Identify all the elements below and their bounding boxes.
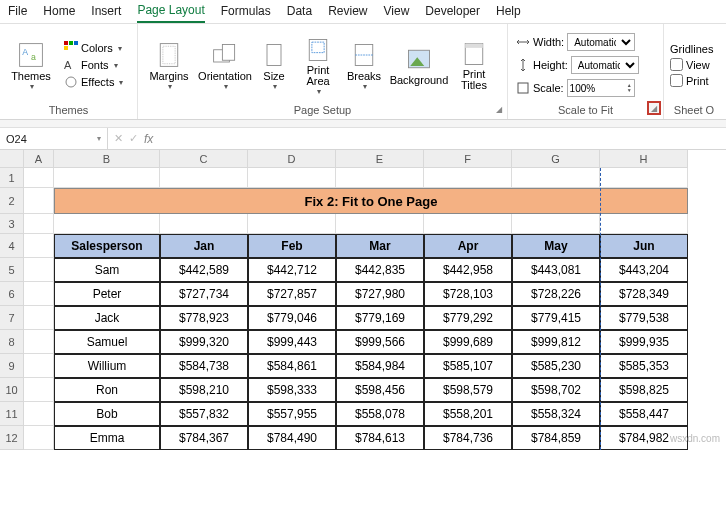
table-cell[interactable]: $778,923 — [160, 306, 248, 330]
cell-A4[interactable] — [24, 234, 54, 258]
table-cell[interactable]: $443,204 — [600, 258, 688, 282]
tab-file[interactable]: File — [8, 4, 27, 22]
orientation-button[interactable]: Orientation▾ — [198, 28, 252, 102]
colors-button[interactable]: Colors▾ — [60, 40, 127, 56]
table-cell[interactable]: Ron — [54, 378, 160, 402]
table-cell[interactable]: Bob — [54, 402, 160, 426]
cell-A12[interactable] — [24, 426, 54, 450]
table-cell[interactable]: $598,825 — [600, 378, 688, 402]
table-cell[interactable]: $557,955 — [248, 402, 336, 426]
table-cell[interactable]: $598,702 — [512, 378, 600, 402]
table-cell[interactable]: Sam — [54, 258, 160, 282]
name-box[interactable]: O24▾ — [0, 128, 108, 149]
table-cell[interactable]: $558,201 — [424, 402, 512, 426]
cell-A5[interactable] — [24, 258, 54, 282]
row-header-2[interactable]: 2 — [0, 188, 24, 214]
col-header-G[interactable]: G — [512, 150, 600, 168]
height-select[interactable]: Automatic — [571, 56, 639, 74]
print-titles-button[interactable]: Print Titles — [452, 28, 496, 102]
table-cell[interactable]: $584,861 — [248, 354, 336, 378]
table-cell[interactable]: $999,935 — [600, 330, 688, 354]
row-header-4[interactable]: 4 — [0, 234, 24, 258]
print-checkbox[interactable]: Print — [670, 74, 713, 87]
table-cell[interactable]: $784,859 — [512, 426, 600, 450]
cell-H1[interactable] — [600, 168, 688, 188]
cell-A8[interactable] — [24, 330, 54, 354]
table-cell[interactable]: $557,832 — [160, 402, 248, 426]
table-header-Jan[interactable]: Jan — [160, 234, 248, 258]
col-header-F[interactable]: F — [424, 150, 512, 168]
table-cell[interactable]: $728,226 — [512, 282, 600, 306]
table-header-Mar[interactable]: Mar — [336, 234, 424, 258]
table-cell[interactable]: $999,812 — [512, 330, 600, 354]
table-header-Jun[interactable]: Jun — [600, 234, 688, 258]
cell-A3[interactable] — [24, 214, 54, 234]
margins-button[interactable]: Margins▾ — [142, 28, 196, 102]
col-header-E[interactable]: E — [336, 150, 424, 168]
table-header-Feb[interactable]: Feb — [248, 234, 336, 258]
row-header-6[interactable]: 6 — [0, 282, 24, 306]
table-cell[interactable]: Peter — [54, 282, 160, 306]
page-setup-launcher[interactable]: ◢ — [493, 103, 505, 115]
background-button[interactable]: Background — [388, 28, 450, 102]
width-select[interactable]: Automatic — [567, 33, 635, 51]
cell-A10[interactable] — [24, 378, 54, 402]
table-cell[interactable]: Emma — [54, 426, 160, 450]
tab-data[interactable]: Data — [287, 4, 312, 22]
table-cell[interactable]: $728,103 — [424, 282, 512, 306]
col-header-B[interactable]: B — [54, 150, 160, 168]
col-header-D[interactable]: D — [248, 150, 336, 168]
cell-A11[interactable] — [24, 402, 54, 426]
breaks-button[interactable]: Breaks▾ — [342, 28, 386, 102]
col-header-A[interactable]: A — [24, 150, 54, 168]
print-area-button[interactable]: Print Area▾ — [296, 28, 340, 102]
table-cell[interactable]: $779,538 — [600, 306, 688, 330]
table-header-Apr[interactable]: Apr — [424, 234, 512, 258]
table-header-May[interactable]: May — [512, 234, 600, 258]
cell-H3[interactable] — [600, 214, 688, 234]
table-cell[interactable]: $558,447 — [600, 402, 688, 426]
table-cell[interactable]: $784,490 — [248, 426, 336, 450]
cell-B3[interactable] — [54, 214, 160, 234]
cell-F3[interactable] — [424, 214, 512, 234]
row-header-5[interactable]: 5 — [0, 258, 24, 282]
row-header-11[interactable]: 11 — [0, 402, 24, 426]
themes-button[interactable]: Aa Themes ▾ — [4, 28, 58, 102]
cell-B1[interactable] — [54, 168, 160, 188]
effects-button[interactable]: Effects▾ — [60, 74, 127, 90]
enter-icon[interactable]: ✓ — [129, 132, 138, 145]
fx-icon[interactable]: fx — [144, 132, 153, 146]
tab-review[interactable]: Review — [328, 4, 367, 22]
table-cell[interactable]: $443,081 — [512, 258, 600, 282]
cell-A1[interactable] — [24, 168, 54, 188]
table-cell[interactable]: $784,736 — [424, 426, 512, 450]
tab-page-layout[interactable]: Page Layout — [137, 3, 204, 23]
row-header-8[interactable]: 8 — [0, 330, 24, 354]
table-cell[interactable]: $584,984 — [336, 354, 424, 378]
cell-D1[interactable] — [248, 168, 336, 188]
cell-E3[interactable] — [336, 214, 424, 234]
table-cell[interactable]: $585,107 — [424, 354, 512, 378]
table-cell[interactable]: $442,712 — [248, 258, 336, 282]
col-header-C[interactable]: C — [160, 150, 248, 168]
table-cell[interactable]: $999,566 — [336, 330, 424, 354]
select-all-corner[interactable] — [0, 150, 24, 168]
table-cell[interactable]: $728,349 — [600, 282, 688, 306]
view-checkbox[interactable]: View — [670, 58, 713, 71]
table-cell[interactable]: $598,210 — [160, 378, 248, 402]
row-header-7[interactable]: 7 — [0, 306, 24, 330]
table-cell[interactable]: $442,589 — [160, 258, 248, 282]
table-cell[interactable]: $727,857 — [248, 282, 336, 306]
tab-developer[interactable]: Developer — [425, 4, 480, 22]
table-cell[interactable]: $784,367 — [160, 426, 248, 450]
table-header-Salesperson[interactable]: Salesperson — [54, 234, 160, 258]
table-cell[interactable]: Willium — [54, 354, 160, 378]
tab-view[interactable]: View — [384, 4, 410, 22]
size-button[interactable]: Size▾ — [254, 28, 294, 102]
cell-A6[interactable] — [24, 282, 54, 306]
title-banner[interactable]: Fix 2: Fit to One Page — [54, 188, 688, 214]
table-cell[interactable]: $999,320 — [160, 330, 248, 354]
table-cell[interactable]: $727,980 — [336, 282, 424, 306]
scale-input[interactable]: 100%▲▼ — [567, 79, 635, 97]
row-header-1[interactable]: 1 — [0, 168, 24, 188]
